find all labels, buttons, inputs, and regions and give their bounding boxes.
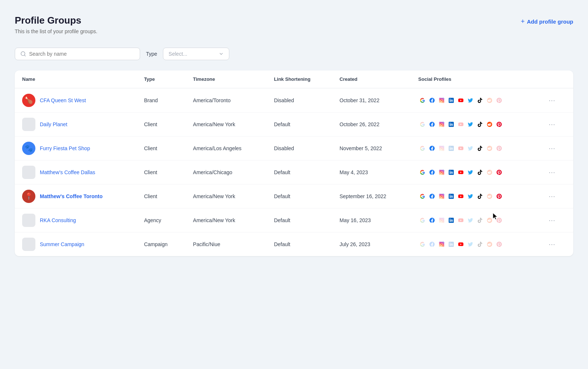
profile-group-link[interactable]: Summer Campaign: [40, 241, 84, 247]
cell-social: [411, 208, 539, 232]
profile-group-link[interactable]: Matthew's Coffee Toronto: [40, 193, 102, 199]
cell-name: 📍 Matthew's Coffee Toronto: [15, 184, 137, 208]
tiktok-icon: [476, 216, 484, 224]
google-icon: [418, 144, 427, 152]
cell-type: Client: [137, 113, 186, 137]
youtube-icon: [457, 168, 465, 176]
cell-timezone: America/Toronto: [186, 88, 267, 113]
cell-social: [411, 184, 539, 208]
profile-group-link[interactable]: RKA Consulting: [40, 217, 76, 223]
reddit-icon: [486, 144, 494, 152]
cell-timezone: America/Chicago: [186, 161, 267, 184]
svg-rect-32: [439, 218, 444, 223]
title-section: Profile Groups This is the list of your …: [15, 15, 97, 34]
more-actions-button[interactable]: ⋯: [546, 119, 558, 130]
youtube-icon: [457, 96, 465, 104]
linkedin-icon: [447, 144, 455, 152]
facebook-icon: [428, 216, 436, 224]
cell-timezone: America/New York: [186, 113, 267, 137]
cell-link-shortening: Default: [267, 232, 332, 256]
avatar: [22, 238, 35, 251]
pinterest-icon: [495, 120, 503, 128]
svg-point-35: [442, 219, 443, 219]
linkedin-icon: [447, 120, 455, 128]
svg-point-41: [442, 243, 443, 243]
linkedin-icon: [447, 168, 455, 176]
table-header: Name Type Timezone Link Shortening Creat…: [15, 70, 573, 88]
more-actions-button[interactable]: ⋯: [546, 95, 558, 106]
cell-name: 🍗 CFA Queen St West: [15, 88, 137, 113]
google-icon: [418, 216, 427, 224]
pinterest-icon: [495, 192, 503, 200]
tiktok-icon: [476, 192, 484, 200]
tiktok-icon: [476, 144, 484, 152]
facebook-icon: [428, 192, 436, 200]
reddit-icon: [486, 168, 494, 176]
table-row: 📍 Matthew's Coffee Toronto Client Americ…: [15, 184, 573, 208]
more-actions-button[interactable]: ⋯: [546, 215, 558, 226]
profile-group-link[interactable]: Furry Fiesta Pet Shop: [40, 145, 90, 151]
more-actions-button[interactable]: ⋯: [546, 191, 558, 202]
cell-actions: ⋯: [538, 113, 573, 137]
instagram-icon: [438, 144, 446, 152]
filters-bar: Type Select...: [15, 48, 573, 60]
avatar: 🐾: [22, 142, 35, 155]
type-filter-label: Type: [146, 51, 157, 57]
more-actions-button[interactable]: ⋯: [546, 167, 558, 178]
cell-timezone: Pacific/Niue: [186, 232, 267, 256]
cell-link-shortening: Default: [267, 113, 332, 137]
svg-line-1: [24, 55, 25, 56]
col-social-profiles: Social Profiles: [411, 70, 539, 88]
page-header: Profile Groups This is the list of your …: [15, 15, 573, 34]
cell-social: [411, 161, 539, 184]
profile-group-link[interactable]: Daily Planet: [40, 121, 67, 127]
svg-rect-14: [439, 146, 444, 151]
type-select[interactable]: Select...: [163, 48, 229, 60]
cell-created: May 4, 2023: [332, 161, 411, 184]
svg-point-5: [442, 99, 443, 99]
facebook-icon: [428, 144, 436, 152]
pinterest-icon: [495, 216, 503, 224]
avatar: 🍗: [22, 94, 35, 107]
facebook-icon: [428, 240, 436, 248]
cell-type: Campaign: [137, 232, 186, 256]
chevron-down-icon: [219, 51, 224, 56]
cell-created: September 16, 2022: [332, 184, 411, 208]
svg-point-23: [442, 171, 443, 171]
tiktok-icon: [476, 96, 484, 104]
svg-point-11: [442, 123, 443, 123]
cell-created: May 16, 2023: [332, 208, 411, 232]
cell-link-shortening: Disabled: [267, 137, 332, 161]
twitter-icon: [466, 120, 474, 128]
cell-social: [411, 88, 539, 113]
google-icon: [418, 168, 427, 176]
table-body: 🍗 CFA Queen St West Brand America/Toront…: [15, 88, 573, 256]
cell-actions: ⋯: [538, 232, 573, 256]
table-row: Matthew's Coffee Dallas Client America/C…: [15, 161, 573, 184]
profile-group-link[interactable]: CFA Queen St West: [40, 97, 86, 103]
cell-link-shortening: Disabled: [267, 88, 332, 113]
youtube-icon: [457, 216, 465, 224]
col-name: Name: [15, 70, 137, 88]
avatar: 📍: [22, 190, 35, 203]
cell-created: October 26, 2022: [332, 113, 411, 137]
youtube-icon: [457, 144, 465, 152]
more-actions-button[interactable]: ⋯: [546, 239, 558, 250]
plus-icon: +: [521, 18, 525, 25]
reddit-icon: [486, 240, 494, 248]
twitter-icon: [466, 192, 474, 200]
tiktok-icon: [476, 168, 484, 176]
page-title: Profile Groups: [15, 15, 97, 26]
more-actions-button[interactable]: ⋯: [546, 143, 558, 154]
google-icon: [418, 120, 427, 128]
facebook-icon: [428, 120, 436, 128]
search-box: [15, 48, 140, 60]
search-input[interactable]: [29, 51, 135, 57]
pinterest-icon: [495, 168, 503, 176]
cell-social: [411, 113, 539, 137]
youtube-icon: [457, 192, 465, 200]
cell-name: RKA Consulting: [15, 208, 137, 232]
profile-group-link[interactable]: Matthew's Coffee Dallas: [40, 169, 95, 175]
cell-type: Agency: [137, 208, 186, 232]
add-profile-group-button[interactable]: + Add profile group: [521, 15, 573, 28]
